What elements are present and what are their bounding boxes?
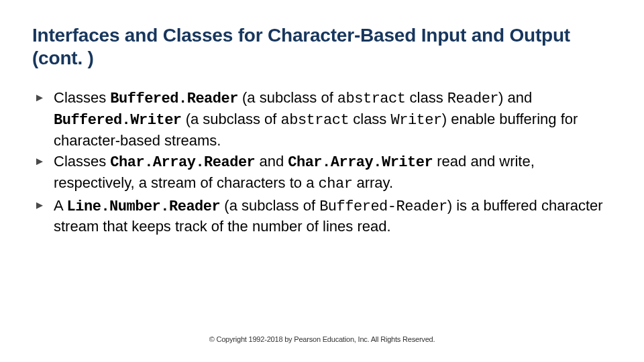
copyright-footer: © Copyright 1992-2018 by Pearson Educati… bbox=[0, 335, 644, 343]
list-item: A Line.Number.Reader (a subclass of Buff… bbox=[35, 196, 612, 237]
list-item: Classes Char.Array.Reader and Char.Array… bbox=[35, 152, 612, 194]
bullet-list: Classes Buffered.Reader (a subclass of a… bbox=[32, 88, 612, 237]
slide: Interfaces and Classes for Character-Bas… bbox=[0, 0, 644, 362]
page-title: Interfaces and Classes for Character-Bas… bbox=[32, 24, 612, 69]
list-item: Classes Buffered.Reader (a subclass of a… bbox=[35, 88, 612, 150]
